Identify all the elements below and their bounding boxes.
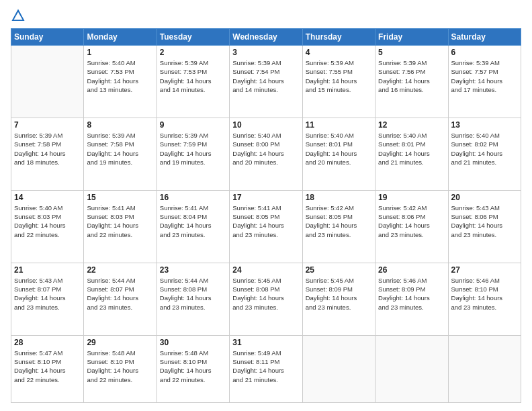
calendar-cell: 30Sunrise: 5:48 AM Sunset: 8:10 PM Dayli… xyxy=(157,335,229,402)
day-info: Sunrise: 5:39 AM Sunset: 7:58 PM Dayligh… xyxy=(87,131,153,167)
day-number: 8 xyxy=(87,120,153,130)
day-info: Sunrise: 5:45 AM Sunset: 8:09 PM Dayligh… xyxy=(306,276,372,312)
day-number: 18 xyxy=(306,193,372,202)
calendar-cell: 9Sunrise: 5:39 AM Sunset: 7:59 PM Daylig… xyxy=(157,118,229,190)
day-number: 30 xyxy=(160,338,226,347)
calendar-cell xyxy=(302,335,375,402)
calendar-week-row: 28Sunrise: 5:47 AM Sunset: 8:10 PM Dayli… xyxy=(11,335,521,402)
day-number: 11 xyxy=(306,120,372,130)
day-info: Sunrise: 5:39 AM Sunset: 7:58 PM Dayligh… xyxy=(14,131,81,167)
day-number: 4 xyxy=(306,48,372,57)
day-info: Sunrise: 5:45 AM Sunset: 8:08 PM Dayligh… xyxy=(232,276,299,312)
calendar-cell: 15Sunrise: 5:41 AM Sunset: 8:03 PM Dayli… xyxy=(84,190,157,263)
day-number: 24 xyxy=(232,265,299,275)
calendar-cell: 22Sunrise: 5:44 AM Sunset: 8:07 PM Dayli… xyxy=(84,263,157,335)
day-info: Sunrise: 5:48 AM Sunset: 8:10 PM Dayligh… xyxy=(160,349,226,384)
day-info: Sunrise: 5:42 AM Sunset: 8:06 PM Dayligh… xyxy=(378,203,445,239)
calendar-table: SundayMondayTuesdayWednesdayThursdayFrid… xyxy=(11,28,521,403)
day-number: 29 xyxy=(87,338,153,347)
page: SundayMondayTuesdayWednesdayThursdayFrid… xyxy=(0,0,532,411)
day-info: Sunrise: 5:46 AM Sunset: 8:09 PM Dayligh… xyxy=(378,276,445,312)
calendar-cell: 11Sunrise: 5:40 AM Sunset: 8:01 PM Dayli… xyxy=(302,118,375,190)
calendar-header-row: SundayMondayTuesdayWednesdayThursdayFrid… xyxy=(11,29,521,46)
day-info: Sunrise: 5:39 AM Sunset: 7:56 PM Dayligh… xyxy=(378,58,445,94)
day-number: 1 xyxy=(87,48,153,57)
day-info: Sunrise: 5:41 AM Sunset: 8:05 PM Dayligh… xyxy=(232,203,299,239)
day-number: 28 xyxy=(14,338,81,347)
day-number: 16 xyxy=(160,193,226,202)
calendar-cell: 6Sunrise: 5:39 AM Sunset: 7:57 PM Daylig… xyxy=(448,46,521,118)
day-number: 19 xyxy=(378,193,445,202)
calendar-cell: 17Sunrise: 5:41 AM Sunset: 8:05 PM Dayli… xyxy=(230,190,302,263)
day-number: 21 xyxy=(14,265,81,275)
calendar-day-header: Saturday xyxy=(448,29,521,46)
calendar-cell: 18Sunrise: 5:42 AM Sunset: 8:05 PM Dayli… xyxy=(302,190,375,263)
day-info: Sunrise: 5:44 AM Sunset: 8:08 PM Dayligh… xyxy=(160,276,226,312)
day-number: 26 xyxy=(378,265,445,275)
calendar-cell: 19Sunrise: 5:42 AM Sunset: 8:06 PM Dayli… xyxy=(375,190,448,263)
day-info: Sunrise: 5:39 AM Sunset: 7:53 PM Dayligh… xyxy=(160,58,226,94)
day-info: Sunrise: 5:40 AM Sunset: 8:03 PM Dayligh… xyxy=(14,203,81,239)
day-number: 7 xyxy=(14,120,81,130)
calendar-day-header: Monday xyxy=(84,29,157,46)
calendar-cell: 23Sunrise: 5:44 AM Sunset: 8:08 PM Dayli… xyxy=(157,263,229,335)
day-number: 12 xyxy=(378,120,445,130)
calendar-week-row: 14Sunrise: 5:40 AM Sunset: 8:03 PM Dayli… xyxy=(11,190,521,263)
calendar-cell: 16Sunrise: 5:41 AM Sunset: 8:04 PM Dayli… xyxy=(157,190,229,263)
day-info: Sunrise: 5:39 AM Sunset: 7:59 PM Dayligh… xyxy=(160,131,226,167)
day-info: Sunrise: 5:39 AM Sunset: 7:55 PM Dayligh… xyxy=(306,58,372,94)
day-number: 6 xyxy=(451,48,518,57)
calendar-cell xyxy=(448,335,521,402)
day-number: 14 xyxy=(14,193,81,202)
calendar-cell: 12Sunrise: 5:40 AM Sunset: 8:01 PM Dayli… xyxy=(375,118,448,190)
day-info: Sunrise: 5:39 AM Sunset: 7:54 PM Dayligh… xyxy=(232,58,299,94)
calendar-cell: 5Sunrise: 5:39 AM Sunset: 7:56 PM Daylig… xyxy=(375,46,448,118)
day-number: 15 xyxy=(87,193,153,202)
day-number: 17 xyxy=(232,193,299,202)
calendar-cell: 3Sunrise: 5:39 AM Sunset: 7:54 PM Daylig… xyxy=(230,46,302,118)
day-number: 25 xyxy=(306,265,372,275)
logo-icon xyxy=(11,8,26,23)
calendar-week-row: 21Sunrise: 5:43 AM Sunset: 8:07 PM Dayli… xyxy=(11,263,521,335)
calendar-cell: 7Sunrise: 5:39 AM Sunset: 7:58 PM Daylig… xyxy=(11,118,84,190)
calendar-cell xyxy=(11,46,84,118)
calendar-cell: 20Sunrise: 5:43 AM Sunset: 8:06 PM Dayli… xyxy=(448,190,521,263)
day-info: Sunrise: 5:39 AM Sunset: 7:57 PM Dayligh… xyxy=(451,58,518,94)
calendar-cell: 27Sunrise: 5:46 AM Sunset: 8:10 PM Dayli… xyxy=(448,263,521,335)
calendar-cell: 8Sunrise: 5:39 AM Sunset: 7:58 PM Daylig… xyxy=(84,118,157,190)
calendar-day-header: Tuesday xyxy=(157,29,229,46)
calendar-week-row: 1Sunrise: 5:40 AM Sunset: 7:53 PM Daylig… xyxy=(11,46,521,118)
day-info: Sunrise: 5:40 AM Sunset: 8:01 PM Dayligh… xyxy=(378,131,445,167)
day-number: 20 xyxy=(451,193,518,202)
calendar-cell: 28Sunrise: 5:47 AM Sunset: 8:10 PM Dayli… xyxy=(11,335,84,402)
calendar-cell: 21Sunrise: 5:43 AM Sunset: 8:07 PM Dayli… xyxy=(11,263,84,335)
calendar-cell: 13Sunrise: 5:40 AM Sunset: 8:02 PM Dayli… xyxy=(448,118,521,190)
calendar-cell: 25Sunrise: 5:45 AM Sunset: 8:09 PM Dayli… xyxy=(302,263,375,335)
header xyxy=(11,8,521,23)
day-info: Sunrise: 5:49 AM Sunset: 8:11 PM Dayligh… xyxy=(232,349,299,384)
calendar-day-header: Friday xyxy=(375,29,448,46)
day-info: Sunrise: 5:47 AM Sunset: 8:10 PM Dayligh… xyxy=(14,349,81,384)
calendar-cell: 24Sunrise: 5:45 AM Sunset: 8:08 PM Dayli… xyxy=(230,263,302,335)
day-number: 5 xyxy=(378,48,445,57)
day-info: Sunrise: 5:43 AM Sunset: 8:06 PM Dayligh… xyxy=(451,203,518,239)
day-info: Sunrise: 5:40 AM Sunset: 8:01 PM Dayligh… xyxy=(306,131,372,167)
calendar-day-header: Sunday xyxy=(11,29,84,46)
calendar-cell: 26Sunrise: 5:46 AM Sunset: 8:09 PM Dayli… xyxy=(375,263,448,335)
day-info: Sunrise: 5:48 AM Sunset: 8:10 PM Dayligh… xyxy=(87,349,153,384)
calendar-cell: 1Sunrise: 5:40 AM Sunset: 7:53 PM Daylig… xyxy=(84,46,157,118)
day-info: Sunrise: 5:43 AM Sunset: 8:07 PM Dayligh… xyxy=(14,276,81,312)
day-info: Sunrise: 5:41 AM Sunset: 8:04 PM Dayligh… xyxy=(160,203,226,239)
calendar-cell: 10Sunrise: 5:40 AM Sunset: 8:00 PM Dayli… xyxy=(230,118,302,190)
day-number: 23 xyxy=(160,265,226,275)
day-number: 13 xyxy=(451,120,518,130)
calendar-cell: 4Sunrise: 5:39 AM Sunset: 7:55 PM Daylig… xyxy=(302,46,375,118)
day-number: 10 xyxy=(232,120,299,130)
calendar-cell: 29Sunrise: 5:48 AM Sunset: 8:10 PM Dayli… xyxy=(84,335,157,402)
calendar-cell: 14Sunrise: 5:40 AM Sunset: 8:03 PM Dayli… xyxy=(11,190,84,263)
day-info: Sunrise: 5:40 AM Sunset: 8:00 PM Dayligh… xyxy=(232,131,299,167)
day-number: 2 xyxy=(160,48,226,57)
day-info: Sunrise: 5:40 AM Sunset: 8:02 PM Dayligh… xyxy=(451,131,518,167)
day-info: Sunrise: 5:40 AM Sunset: 7:53 PM Dayligh… xyxy=(87,58,153,94)
calendar-cell: 31Sunrise: 5:49 AM Sunset: 8:11 PM Dayli… xyxy=(230,335,302,402)
